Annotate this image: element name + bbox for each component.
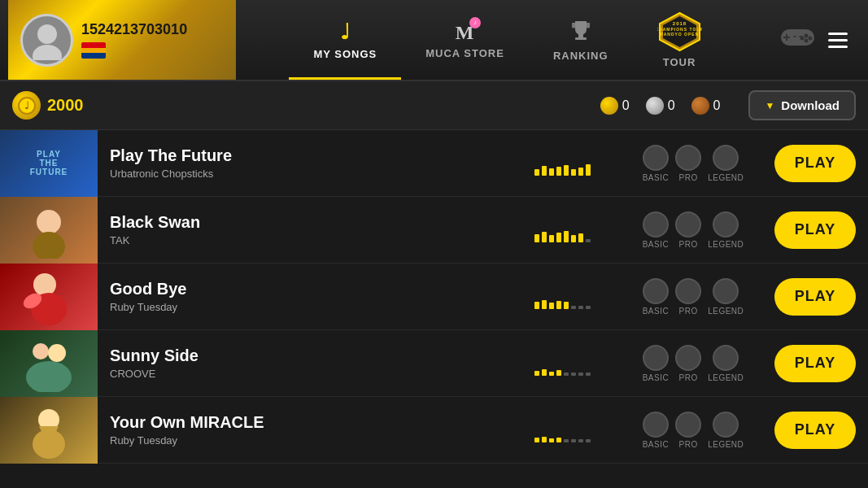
- svg-point-28: [26, 361, 72, 392]
- beat-bar: [571, 373, 576, 376]
- avatar[interactable]: [20, 14, 73, 67]
- pro-circle: [675, 211, 701, 237]
- difficulty-levels: BASIC PRO LEGEND: [612, 211, 774, 249]
- beat-bar: [549, 235, 554, 242]
- difficulty-legend[interactable]: LEGEND: [708, 211, 744, 249]
- beat-bar: [578, 373, 583, 376]
- hamburger-menu-icon[interactable]: [828, 33, 848, 48]
- beat-bar: [549, 303, 554, 309]
- svg-rect-3: [575, 37, 587, 40]
- beat-bar: [564, 231, 569, 242]
- beat-bar: [571, 235, 576, 242]
- tab-tour[interactable]: 2018 CHAMPIONS TOUR PANDYO OPEN TOUR: [633, 0, 726, 80]
- svg-point-21: [37, 210, 61, 234]
- legend-circle: [713, 145, 739, 171]
- muca-badge: ♪: [469, 17, 481, 28]
- play-button[interactable]: PLAY: [774, 345, 856, 382]
- silver-circle-icon: [646, 97, 664, 115]
- music-note-icon: ♩: [340, 20, 351, 45]
- play-button[interactable]: PLAY: [774, 412, 856, 449]
- difficulty-pro[interactable]: PRO: [675, 145, 701, 182]
- beat-bar: [571, 169, 576, 176]
- beat-bar: [534, 371, 539, 376]
- difficulty-bars: [534, 418, 612, 442]
- basic-label: BASIC: [643, 240, 670, 249]
- svg-point-0: [37, 24, 57, 44]
- song-title: Sunny Side: [110, 346, 522, 365]
- difficulty-pro[interactable]: PRO: [675, 345, 701, 382]
- difficulty-basic[interactable]: BASIC: [643, 145, 670, 182]
- song-artist: TAK: [110, 234, 522, 246]
- tab-muca-store[interactable]: M ♪ MUCA STORE: [401, 0, 529, 80]
- muca-store-icon: M ♪: [456, 21, 475, 44]
- pro-label: PRO: [679, 440, 698, 449]
- song-info: Good Bye Ruby Tuesday: [98, 280, 534, 313]
- difficulty-legend[interactable]: LEGEND: [708, 412, 744, 449]
- play-button[interactable]: PLAY: [774, 145, 856, 182]
- beat-bar: [586, 373, 591, 376]
- beat-bar: [571, 439, 576, 442]
- song-list: PLAY THE FUTURE Play The Future Urbatron…: [0, 130, 868, 488]
- song-info: Play The Future Urbatronic Chopsticks: [98, 146, 534, 180]
- tab-ranking[interactable]: RANKING: [529, 0, 633, 80]
- difficulty-legend[interactable]: LEGEND: [708, 145, 744, 182]
- beat-bar: [556, 370, 561, 376]
- difficulty-legend[interactable]: LEGEND: [708, 278, 744, 316]
- song-thumbnail: PLAY THE FUTURE: [0, 130, 98, 197]
- svg-text:2018: 2018: [672, 21, 686, 26]
- svg-rect-2: [578, 33, 583, 37]
- svg-text:♩: ♩: [24, 100, 29, 111]
- beat-bar: [542, 232, 547, 242]
- beat-bar: [564, 302, 569, 309]
- difficulty-bars: [534, 351, 612, 376]
- legend-circle: [713, 345, 739, 371]
- difficulty-basic[interactable]: BASIC: [643, 412, 670, 449]
- basic-label: BASIC: [643, 440, 670, 449]
- beat-bar: [549, 438, 554, 442]
- beat-bar: [564, 439, 569, 442]
- song-thumbnail: [0, 330, 98, 397]
- beat-bar: [578, 306, 583, 309]
- song-row: PLAY THE FUTURE Play The Future Urbatron…: [0, 130, 868, 197]
- download-button[interactable]: ▼ Download: [748, 90, 856, 120]
- play-button[interactable]: PLAY: [774, 278, 856, 316]
- beat-bar: [586, 164, 591, 176]
- pro-circle: [675, 145, 701, 171]
- tab-tour-label: TOUR: [663, 56, 696, 68]
- difficulty-pro[interactable]: PRO: [675, 412, 701, 449]
- beat-bar: [556, 301, 561, 309]
- song-thumbnail: [0, 197, 98, 264]
- difficulty-basic[interactable]: BASIC: [643, 278, 670, 316]
- beat-bar: [542, 166, 547, 176]
- play-button[interactable]: PLAY: [774, 211, 856, 249]
- gold-currency: 0: [600, 97, 630, 115]
- basic-circle: [643, 145, 669, 171]
- song-row: Your Own MIRACLE Ruby Tuesday BASIC PRO …: [0, 397, 868, 464]
- svg-point-22: [33, 232, 65, 259]
- svg-text:PANDYO OPEN: PANDYO OPEN: [660, 32, 699, 37]
- beat-bar: [534, 234, 539, 242]
- pro-label: PRO: [679, 240, 698, 249]
- difficulty-legend[interactable]: LEGEND: [708, 345, 744, 382]
- silver-count: 0: [668, 98, 675, 113]
- tab-my-songs[interactable]: ♩ MY SONGS: [289, 0, 401, 80]
- tab-ranking-label: RANKING: [553, 50, 608, 62]
- beat-bar: [578, 168, 583, 176]
- username: 1524213703010: [81, 21, 187, 38]
- difficulty-basic[interactable]: BASIC: [643, 345, 670, 382]
- beat-bar: [586, 306, 591, 309]
- basic-label: BASIC: [643, 307, 670, 316]
- pro-label: PRO: [679, 173, 698, 182]
- legend-circle: [713, 412, 739, 438]
- beat-bar: [534, 438, 539, 442]
- nav-tabs: ♩ MY SONGS M ♪ MUCA STORE RANKING: [236, 0, 779, 80]
- legend-label: LEGEND: [708, 240, 744, 249]
- beat-bar: [586, 439, 591, 442]
- trophy-icon: [569, 19, 592, 46]
- difficulty-pro[interactable]: PRO: [675, 211, 701, 249]
- song-artist: Ruby Tuesday: [110, 434, 522, 447]
- difficulty-pro[interactable]: PRO: [675, 278, 701, 316]
- legend-label: LEGEND: [708, 307, 744, 316]
- difficulty-basic[interactable]: BASIC: [643, 211, 670, 249]
- gamepad-icon[interactable]: [779, 25, 816, 55]
